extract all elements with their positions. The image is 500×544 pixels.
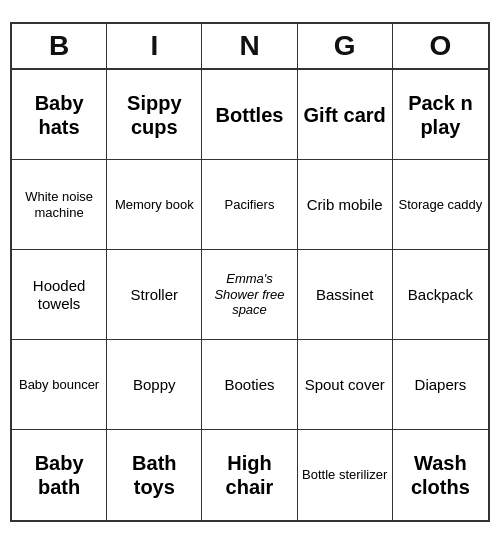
- bingo-cell-18[interactable]: Spout cover: [298, 340, 393, 430]
- bingo-cell-9[interactable]: Storage caddy: [393, 160, 488, 250]
- bingo-cell-12[interactable]: Emma's Shower free space: [202, 250, 297, 340]
- bingo-cell-2[interactable]: Bottles: [202, 70, 297, 160]
- bingo-cell-22[interactable]: High chair: [202, 430, 297, 520]
- bingo-cell-23[interactable]: Bottle sterilizer: [298, 430, 393, 520]
- bingo-cell-3[interactable]: Gift card: [298, 70, 393, 160]
- bingo-cell-19[interactable]: Diapers: [393, 340, 488, 430]
- bingo-cell-20[interactable]: Baby bath: [12, 430, 107, 520]
- bingo-cell-16[interactable]: Boppy: [107, 340, 202, 430]
- bingo-letter-o: O: [393, 24, 488, 68]
- bingo-cell-1[interactable]: Sippy cups: [107, 70, 202, 160]
- bingo-cell-17[interactable]: Booties: [202, 340, 297, 430]
- bingo-cell-4[interactable]: Pack n play: [393, 70, 488, 160]
- bingo-cell-13[interactable]: Bassinet: [298, 250, 393, 340]
- bingo-cell-11[interactable]: Stroller: [107, 250, 202, 340]
- bingo-cell-15[interactable]: Baby bouncer: [12, 340, 107, 430]
- bingo-cell-7[interactable]: Pacifiers: [202, 160, 297, 250]
- bingo-cell-8[interactable]: Crib mobile: [298, 160, 393, 250]
- bingo-letter-i: I: [107, 24, 202, 68]
- bingo-letter-b: B: [12, 24, 107, 68]
- bingo-cell-24[interactable]: Wash cloths: [393, 430, 488, 520]
- bingo-grid: Baby hatsSippy cupsBottlesGift cardPack …: [12, 70, 488, 520]
- bingo-cell-6[interactable]: Memory book: [107, 160, 202, 250]
- bingo-cell-21[interactable]: Bath toys: [107, 430, 202, 520]
- bingo-card: BINGO Baby hatsSippy cupsBottlesGift car…: [10, 22, 490, 522]
- bingo-header: BINGO: [12, 24, 488, 70]
- bingo-letter-n: N: [202, 24, 297, 68]
- bingo-cell-10[interactable]: Hooded towels: [12, 250, 107, 340]
- bingo-cell-14[interactable]: Backpack: [393, 250, 488, 340]
- bingo-letter-g: G: [298, 24, 393, 68]
- bingo-cell-0[interactable]: Baby hats: [12, 70, 107, 160]
- bingo-cell-5[interactable]: White noise machine: [12, 160, 107, 250]
